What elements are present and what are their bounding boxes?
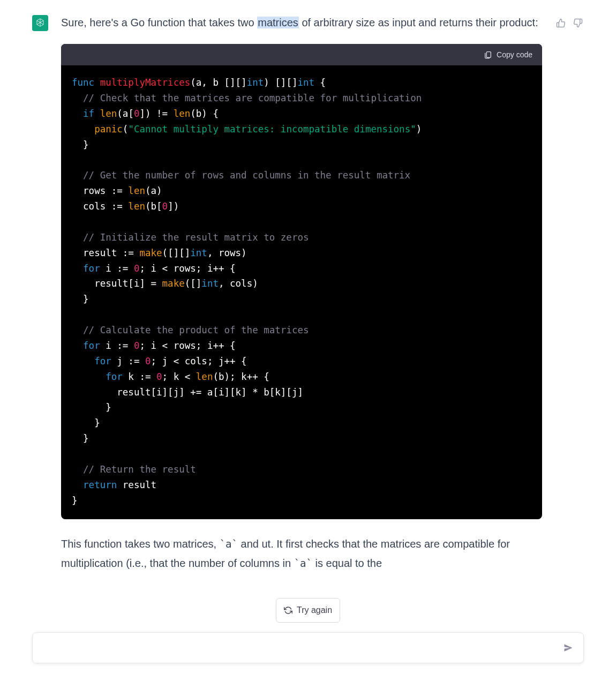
send-button[interactable]: [563, 642, 574, 653]
outro-1: This function takes two matrices,: [61, 538, 220, 550]
refresh-icon: [284, 606, 292, 615]
feedback-buttons: [555, 17, 584, 573]
copy-code-button[interactable]: Copy code: [61, 44, 542, 65]
thumbs-down-button[interactable]: [572, 17, 584, 29]
outro-4: is equal to the: [312, 557, 382, 569]
send-icon: [563, 642, 574, 653]
thumbs-up-icon: [556, 18, 566, 28]
copy-code-label: Copy code: [497, 48, 532, 62]
intro-before: Sure, here's a Go function that takes tw…: [61, 17, 257, 28]
code-block: Copy code func multiplyMatrices(a, b [][…: [61, 44, 542, 519]
highlighted-selection: matrices: [257, 17, 299, 28]
assistant-avatar: [32, 15, 48, 31]
outro-code-a: `a`: [220, 538, 238, 550]
thumbs-down-icon: [573, 18, 583, 28]
outro-code-a2: `a`: [294, 557, 312, 569]
assistant-message: Sure, here's a Go function that takes tw…: [0, 0, 616, 573]
assistant-logo-icon: [35, 18, 46, 28]
intro-after: of arbitrary size as input and returns t…: [299, 17, 538, 28]
try-again-label: Try again: [297, 603, 332, 618]
message-intro-text: Sure, here's a Go function that takes tw…: [61, 13, 542, 32]
code-content[interactable]: func multiplyMatrices(a, b [][]int) [][]…: [61, 65, 542, 519]
message-outro-text: This function takes two matrices, `a` an…: [61, 534, 542, 573]
chat-input-bar[interactable]: [32, 632, 584, 663]
clipboard-icon: [484, 50, 492, 59]
chat-input[interactable]: [43, 633, 563, 663]
try-again-button[interactable]: Try again: [276, 598, 340, 623]
thumbs-up-button[interactable]: [555, 17, 567, 29]
svg-rect-0: [486, 52, 491, 58]
outro-2: and: [238, 538, 261, 550]
